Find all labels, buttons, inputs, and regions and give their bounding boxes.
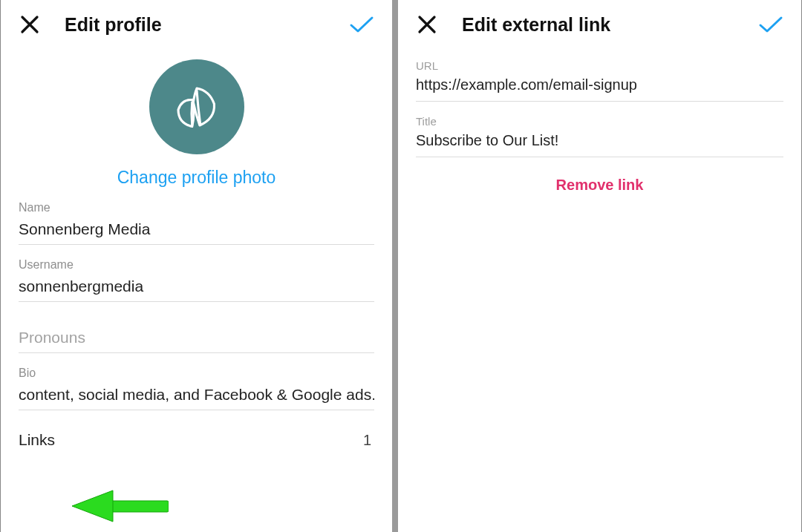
name-input[interactable] (19, 219, 374, 245)
title-label: Title (416, 115, 783, 128)
links-row[interactable]: Links 1 (19, 431, 374, 453)
links-count: 1 (363, 432, 371, 449)
title-input[interactable] (416, 131, 783, 157)
page-title: Edit profile (65, 14, 349, 36)
bio-input[interactable] (19, 384, 374, 410)
edit-profile-screen: Edit profile Change profile photo Name U… (0, 0, 392, 532)
close-icon[interactable] (19, 13, 41, 36)
close-icon[interactable] (416, 13, 438, 36)
edit-external-link-screen: Edit external link URL Title Remove link (398, 0, 802, 532)
confirm-icon[interactable] (758, 14, 783, 35)
url-input[interactable] (416, 75, 783, 102)
url-label: URL (416, 59, 783, 72)
form-section: Name Username Pronouns Bio Links 1 (1, 201, 392, 453)
title-field: Title (416, 115, 783, 157)
name-field: Name (19, 201, 374, 245)
username-field: Username (19, 258, 374, 302)
avatar-section: Change profile photo (1, 59, 392, 188)
url-field: URL (416, 59, 783, 102)
remove-link-button[interactable]: Remove link (416, 177, 783, 194)
links-label: Links (19, 431, 55, 449)
bio-field: Bio (19, 367, 374, 410)
pronouns-placeholder: Pronouns (19, 315, 374, 353)
page-title: Edit external link (462, 14, 758, 36)
username-label: Username (19, 258, 374, 272)
change-photo-link[interactable]: Change profile photo (117, 168, 276, 188)
header-right: Edit external link (398, 0, 801, 46)
link-form: URL Title Remove link (398, 59, 801, 194)
header-left: Edit profile (1, 0, 392, 46)
name-label: Name (19, 201, 374, 214)
svg-rect-0 (109, 501, 169, 512)
svg-marker-1 (72, 490, 113, 522)
profile-avatar[interactable] (149, 59, 244, 154)
bio-label: Bio (19, 367, 374, 380)
arrow-annotation (72, 487, 169, 525)
confirm-icon[interactable] (349, 14, 374, 35)
pronouns-field[interactable]: Pronouns (19, 315, 374, 353)
username-input[interactable] (19, 276, 374, 302)
